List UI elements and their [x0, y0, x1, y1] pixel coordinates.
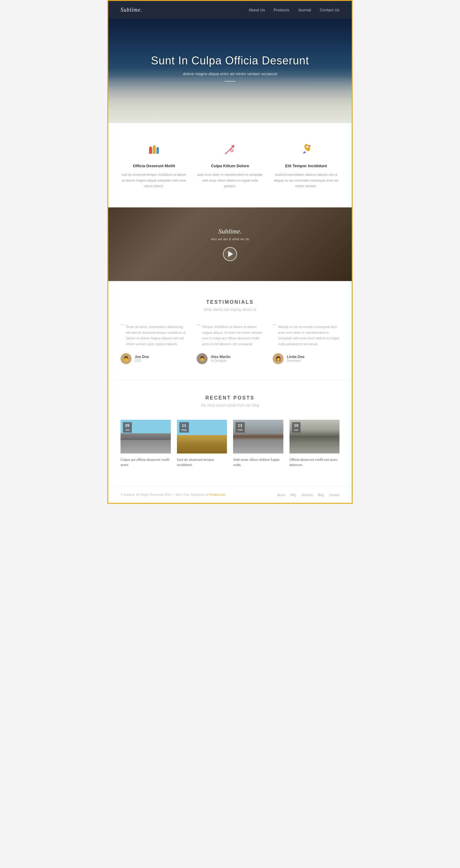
- testimonial-quote-2: Tempor incididunt ut labore et dolore ma…: [197, 324, 263, 347]
- svg-point-9: [231, 149, 233, 152]
- footer: © Sublime. All Rights Reserved 2014 — Mo…: [108, 486, 352, 503]
- video-section: Sublime. who we are & what we do: [108, 208, 352, 281]
- footer-services[interactable]: Services: [301, 493, 313, 497]
- nav-links: About Us Products Journal Contact Us: [249, 7, 339, 12]
- feature-title-2: Culpa Killum Dolore: [197, 163, 263, 168]
- author-role-3: Developer: [287, 359, 304, 362]
- testimonial-item-3: Aliquip ex ea commodo consequat duis aut…: [273, 324, 339, 364]
- feature-title-3: Elit Tempor Incididunt: [273, 163, 339, 168]
- svg-text:×: ×: [225, 151, 227, 156]
- recent-posts-title: RECENT POSTS: [121, 395, 339, 401]
- avatar-circle-2: 👨: [197, 353, 208, 364]
- footer-copy: © Sublime. All Rights Reserved 2014 — Mo…: [121, 493, 225, 496]
- feature-text-2: aute irure dolor in reprehenderit in vol…: [197, 172, 263, 189]
- post-date-badge-2: 11 May: [179, 422, 189, 433]
- footer-about[interactable]: About: [277, 493, 285, 497]
- author-name-2: Alex Martin: [211, 355, 231, 359]
- play-button[interactable]: [223, 247, 237, 261]
- hero-divider: [225, 81, 235, 82]
- post-caption-3: Velit esse cillum dollore fugiat nulla.: [233, 457, 283, 468]
- footer-links: About FAQ Services Blog Contact: [277, 492, 339, 497]
- video-logo: Sublime.: [211, 227, 249, 235]
- post-day-1: 25: [125, 423, 130, 428]
- testimonial-item-1: Dolor sit amet, consectetur adipisicing …: [121, 324, 187, 364]
- nav-about[interactable]: About Us: [249, 8, 265, 12]
- footer-faq[interactable]: FAQ: [290, 493, 296, 497]
- author-info-1: Joe Doe CEO: [135, 355, 149, 362]
- post-caption-1: Culpa qui officia deserunt mollit anim.: [121, 457, 171, 468]
- navbar: Sublime. About Us Products Journal Conta…: [108, 1, 352, 19]
- nav-logo[interactable]: Sublime.: [121, 7, 142, 13]
- author-info-3: Linda Doe Developer: [287, 355, 304, 362]
- avatar-2: 👨: [197, 353, 208, 364]
- post-month-4: Jan: [294, 428, 299, 432]
- svg-rect-5: [157, 147, 159, 149]
- author-info-2: Alex Martin Ui Designer: [211, 355, 231, 362]
- avatar-circle-3: 👩: [273, 353, 284, 364]
- svg-point-14: [309, 145, 311, 147]
- post-date-badge-4: 10 Jan: [292, 422, 301, 433]
- author-name-1: Joe Doe: [135, 355, 149, 359]
- arrow-icon: ×: [222, 142, 238, 157]
- features-grid: Officia Deserunt Mollit sed do eiusmod t…: [121, 142, 339, 189]
- post-item-3: 13 Feb Velit esse cillum dollore fugiat …: [233, 420, 283, 468]
- feature-item-2: × Culpa Killum Dolore aute irure dolor i…: [197, 142, 263, 189]
- hero-subtitle: dolore magna aliqua enim ad minim veniam…: [183, 71, 277, 76]
- testimonials-subtitle: what clients are saying about us: [121, 307, 339, 312]
- books-icon: [146, 142, 162, 157]
- svg-rect-4: [156, 148, 159, 154]
- avatar-1: 👨: [121, 353, 132, 364]
- author-role-1: CEO: [135, 359, 149, 362]
- testimonials-grid: Dolor sit amet, consectetur adipisicing …: [121, 324, 339, 364]
- video-content: Sublime. who we are & what we do: [211, 227, 249, 261]
- post-item-1: 25 Jun Culpa qui officia deserunt mollit…: [121, 420, 171, 468]
- feature-title-1: Officia Deserunt Mollit: [121, 163, 187, 168]
- testimonial-item-2: Tempor incididunt ut labore et dolore ma…: [197, 324, 263, 364]
- svg-point-13: [303, 152, 305, 153]
- post-image-wrap-1: 25 Jun: [121, 420, 171, 454]
- feature-item-1: Officia Deserunt Mollit sed do eiusmod t…: [121, 142, 187, 189]
- post-day-3: 13: [238, 423, 242, 428]
- svg-rect-1: [150, 147, 152, 148]
- post-image-wrap-2: 11 May: [177, 420, 227, 454]
- nav-journal[interactable]: Journal: [298, 8, 311, 12]
- author-role-2: Ui Designer: [211, 359, 231, 362]
- features-section: Officia Deserunt Mollit sed do eiusmod t…: [108, 123, 352, 208]
- footer-contact[interactable]: Contact: [329, 493, 339, 497]
- svg-rect-2: [153, 146, 156, 154]
- feature-text-3: nostrud exercitation ullamco laboris nis…: [273, 172, 339, 189]
- testimonials-title: TESTIMONIALS: [121, 300, 339, 305]
- avatar-3: 👩: [273, 353, 284, 364]
- author-name-3: Linda Doe: [287, 355, 304, 359]
- post-month-2: May: [182, 428, 187, 432]
- video-tagline: who we are & what we do: [211, 237, 249, 241]
- testimonial-author-1: 👨 Joe Doe CEO: [121, 353, 187, 364]
- post-image-wrap-4: 10 Jan: [290, 420, 340, 454]
- post-date-badge-1: 25 Jun: [123, 422, 132, 433]
- testimonial-author-2: 👨 Alex Martin Ui Designer: [197, 353, 263, 364]
- hero-section: Sunt In Culpa Officia Deserunt dolore ma…: [108, 19, 352, 123]
- footer-blog[interactable]: Blog: [318, 493, 324, 497]
- nav-contact[interactable]: Contact Us: [320, 8, 339, 12]
- post-month-1: Jun: [125, 428, 130, 432]
- recent-posts-subtitle: the most recent posts from our blog: [121, 403, 339, 407]
- nav-products[interactable]: Products: [273, 8, 289, 12]
- rocket-icon: [298, 142, 314, 157]
- feature-item-3: Elit Tempor Incididunt nostrud exercitat…: [273, 142, 339, 189]
- testimonials-section: TESTIMONIALS what clients are saying abo…: [108, 281, 352, 379]
- footer-link-pixelint[interactable]: Pixelint.com: [209, 493, 225, 496]
- avatar-circle-1: 👨: [121, 353, 132, 364]
- hero-title: Sunt In Culpa Officia Deserunt: [151, 54, 309, 67]
- testimonial-quote-3: Aliquip ex ea commodo consequat duis aut…: [273, 324, 339, 347]
- post-caption-2: Sed do eiusmod tempor incididunt.: [177, 457, 227, 468]
- post-caption-4: Officia deserunt mollit est anim laborum…: [290, 457, 340, 468]
- post-date-badge-3: 13 Feb: [235, 422, 245, 433]
- post-day-2: 11: [182, 423, 187, 428]
- post-item-4: 10 Jan Officia deserunt mollit est anim …: [290, 420, 340, 468]
- svg-rect-3: [153, 146, 155, 147]
- svg-point-11: [306, 146, 308, 148]
- feature-text-1: sed do eiusmod tempor incididunt ut labo…: [121, 172, 187, 189]
- testimonial-quote-1: Dolor sit amet, consectetur adipisicing …: [121, 324, 187, 347]
- post-day-4: 10: [294, 423, 299, 428]
- post-item-2: 11 May Sed do eiusmod tempor incididunt.: [177, 420, 227, 468]
